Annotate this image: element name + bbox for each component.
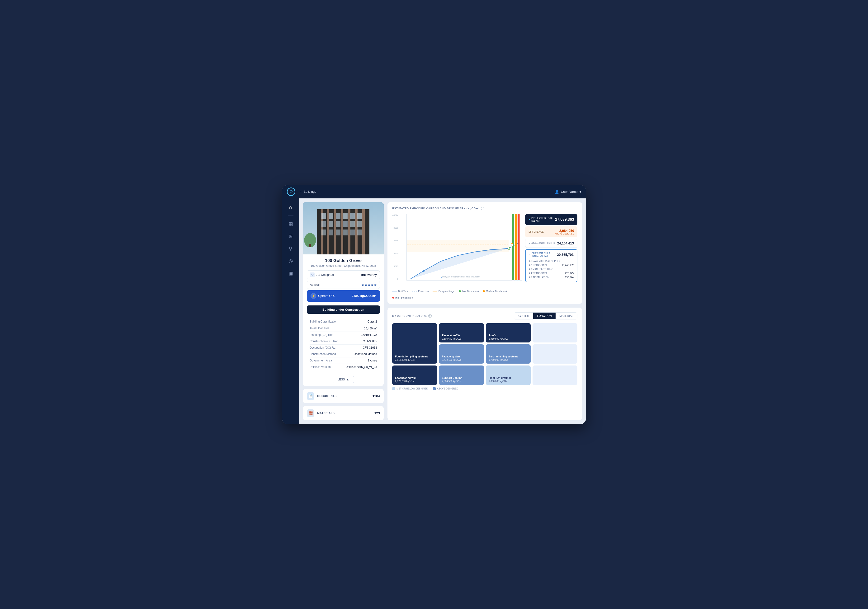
classification-row: Building Classification Class 2: [310, 319, 377, 325]
shield-icon: 🛡: [310, 273, 315, 277]
chart-stats: ● PROJECTED TOTAL (A1-A5) 27,089,363 DIF…: [525, 214, 577, 282]
svg-rect-16: [321, 221, 326, 227]
svg-rect-18: [336, 221, 341, 227]
back-arrow-icon: ←: [299, 190, 302, 194]
svg-rect-29: [309, 244, 311, 247]
sidebar: ⌂ ▦ ⊞ ⚲ ◎ ▣: [282, 198, 299, 424]
svg-point-33: [423, 270, 425, 272]
sidebar-divider: [288, 215, 293, 216]
sidebar-item-home[interactable]: ⌂: [285, 202, 296, 213]
chart-svg: Currently 20% of designed materials buil…: [407, 214, 522, 280]
co2-icon: ⚡: [310, 293, 316, 299]
contributors-info-icon[interactable]: ?: [428, 314, 432, 318]
svg-rect-13: [343, 213, 347, 219]
svg-rect-19: [343, 221, 347, 227]
chart-legend: Built Total Projection Designed target: [392, 290, 522, 299]
less-button[interactable]: LESS ▲: [333, 376, 354, 383]
uniclass-row: Uniclass Version Uniclass2015_Ss_v1_23: [310, 364, 377, 370]
treemap-grid: Foundation piling systems 3,818,300 kgCO…: [392, 323, 577, 385]
building-address: 100 Golden Grove Street, Chippendale, NS…: [307, 264, 380, 268]
upfront-co2-value: 2,592 kgCO₂e/m²: [352, 294, 376, 298]
sidebar-item-analytics[interactable]: ⚲: [285, 243, 296, 254]
y-axis: 49074 49259 9444 9630 9615 0: [392, 214, 400, 280]
user-icon: 👤: [555, 190, 559, 194]
treemap-earth: Earth retaining systems 1,750,000 kgCO₂e: [486, 344, 531, 364]
chart-info-icon[interactable]: ?: [481, 207, 484, 210]
svg-rect-17: [329, 221, 333, 227]
chart-area: 49074 49259 9444 9630 9615 0: [406, 214, 522, 280]
as-designed-row: 🛡 As Designed Trustworthy: [307, 270, 380, 279]
treemap-facade: Facade system 2,412,100 kgCO₂e: [439, 344, 484, 364]
legend-met: MET OR BELOW DESIGNED: [392, 387, 428, 390]
construction-ref-row: Construction (CC) Ref CFT-30085: [310, 338, 377, 345]
contributors-header: MAJOR CONTRIBUTORS ? SYSTEM FUNCTION MAT…: [392, 312, 577, 319]
left-panel: 100 Golden Grove 100 Golden Grove Street…: [303, 202, 384, 420]
occupation-row: Occupation (OC) Ref CFT-31033: [310, 345, 377, 351]
sidebar-item-chart[interactable]: ▣: [285, 268, 296, 278]
treemap-column: Support Column 2,384,500 kgCO₂e: [439, 366, 484, 385]
planning-row: Planning (DA) Ref D2010/112/A: [310, 332, 377, 338]
floor-area-row: Total Floor Area 10,450 m2: [310, 325, 377, 332]
documents-row[interactable]: 📄 DOCUMENTS 1284: [303, 389, 384, 403]
svg-rect-26: [350, 229, 355, 236]
right-panel: ESTIMATED EMBODIED CARBON AND BENCHMARK …: [388, 202, 582, 420]
treemap-empty-3: [533, 366, 577, 385]
legend-low-benchmark: Low Benchmark: [459, 290, 479, 293]
tab-function[interactable]: FUNCTION: [533, 313, 556, 319]
svg-rect-21: [357, 221, 362, 227]
treemap-empty-2: [533, 344, 577, 364]
user-name: User Name: [561, 190, 578, 194]
svg-rect-25: [343, 229, 347, 236]
built-total-stat: ○ CURRENT BUILT TOTAL (A1-A5) 20,365,701…: [525, 249, 577, 282]
materials-row[interactable]: 🧱 MATERIALS 123: [303, 406, 384, 420]
construction-method-row: Construction Method Undefined Method: [310, 351, 377, 358]
upfront-co2-widget[interactable]: ⚡ Upfront CO₂ 2,592 kgCO₂e/m²: [307, 290, 380, 302]
svg-rect-22: [321, 229, 326, 236]
back-button[interactable]: ← Buildings: [299, 190, 316, 194]
contributors-card: MAJOR CONTRIBUTORS ? SYSTEM FUNCTION MAT…: [388, 308, 582, 420]
treemap-loadbearing: Loadbearing wall 2,673,600 kgCO₂e: [392, 366, 437, 385]
as-designed-stat: ● A1-A5 AS DESIGNED 24,104,413: [525, 239, 577, 248]
trust-badge: Trustworthy: [360, 273, 377, 276]
svg-rect-34: [512, 214, 514, 280]
treemap-legend: MET OR BELOW DESIGNED ABOVE DESIGNED: [392, 387, 577, 390]
tab-material[interactable]: MATERIAL: [556, 313, 577, 319]
building-details: Building Classification Class 2 Total Fl…: [307, 317, 380, 372]
svg-rect-11: [329, 213, 333, 219]
a1-row: A1 RAW MATERIAL SUPPLY: [529, 259, 574, 263]
legend-built-total: Built Total: [392, 290, 408, 293]
chart-container: 49074 49259 9444 9630 9615 0: [392, 214, 577, 299]
legend-designed-target: Designed target: [432, 290, 456, 293]
building-info: 100 Golden Grove 100 Golden Grove Street…: [303, 254, 384, 305]
construction-status-badge: Building under Construction: [307, 305, 380, 314]
sidebar-item-reports[interactable]: ▦: [285, 218, 296, 229]
as-built-row: As Built ★★★★★: [307, 281, 380, 289]
svg-rect-24: [336, 229, 341, 236]
chevron-up-icon: ▲: [346, 378, 349, 381]
a4-row: A4 TRANSPORT 228,975: [529, 271, 574, 275]
sidebar-item-location[interactable]: ◎: [285, 256, 296, 266]
documents-icon: 📄: [307, 392, 314, 400]
svg-point-37: [511, 243, 513, 246]
content-area: 100 Golden Grove 100 Golden Grove Street…: [299, 198, 586, 424]
legend-projection: Projection: [412, 290, 429, 293]
treemap-roofs: Roofs 1,919,500 kgCO₂e: [486, 323, 531, 342]
building-image: [303, 202, 384, 254]
a3-row: A3 MANUFACTURING: [529, 267, 574, 271]
rating-stars: ★★★★★: [361, 283, 377, 287]
sidebar-item-grid[interactable]: ⊞: [285, 231, 296, 241]
chart-main: 49074 49259 9444 9630 9615 0: [392, 214, 522, 299]
svg-rect-15: [357, 213, 362, 219]
a5-row: A5 INSTALLATION 690,544: [529, 275, 574, 279]
building-card: 100 Golden Grove 100 Golden Grove Street…: [303, 202, 384, 386]
chart-title: ESTIMATED EMBODIED CARBON AND BENCHMARK …: [392, 207, 577, 210]
legend-high-benchmark: High Benchmark: [392, 296, 413, 299]
carbon-chart-card: ESTIMATED EMBODIED CARBON AND BENCHMARK …: [388, 202, 582, 304]
floor-area-value: 10,450 m2: [364, 326, 377, 330]
svg-rect-23: [329, 229, 333, 236]
user-menu[interactable]: 👤 User Name ▾: [555, 190, 581, 194]
svg-rect-36: [518, 214, 520, 280]
contributors-title: MAJOR CONTRIBUTORS ?: [392, 314, 432, 318]
tab-system[interactable]: SYSTEM: [514, 313, 533, 319]
a2-row: A2 TRANSPORT 19,446,182: [529, 263, 574, 267]
